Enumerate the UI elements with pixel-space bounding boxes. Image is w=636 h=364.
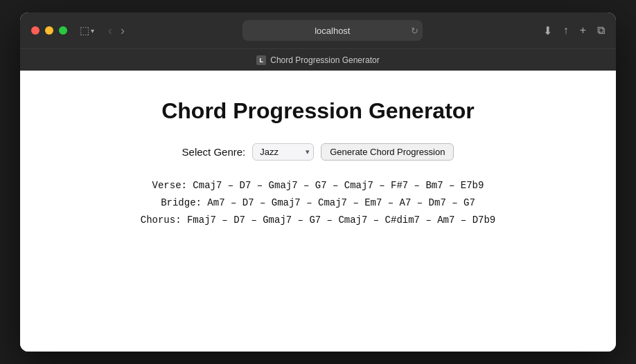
address-bar: ↻ (136, 20, 529, 41)
page-title: Chord Progression Generator (161, 98, 475, 124)
new-tab-icon[interactable]: + (580, 24, 586, 37)
genre-select-wrapper: Jazz Pop Blues Rock Classical ▾ (252, 143, 314, 161)
chorus-line: Chorus: Fmaj7 – D7 – Gmaj7 – G7 – Cmaj7 … (141, 212, 495, 229)
nav-buttons: ‹ › (105, 23, 127, 38)
sidebar-toggle[interactable]: ⬚ ▾ (80, 24, 94, 37)
browser-window: ⬚ ▾ ‹ › ↻ ⬇ ↑ + ⧉ L Chord Progression Ge… (20, 12, 616, 352)
verse-line: Verse: Cmaj7 – D7 – Gmaj7 – G7 – Cmaj7 –… (141, 177, 495, 194)
tabs-icon[interactable]: ⧉ (597, 24, 605, 37)
chord-output: Verse: Cmaj7 – D7 – Gmaj7 – G7 – Cmaj7 –… (141, 177, 495, 230)
share-icon[interactable]: ↑ (563, 24, 569, 37)
genre-select[interactable]: Jazz Pop Blues Rock Classical (252, 143, 314, 161)
sidebar-icon: ⬚ (80, 24, 89, 37)
address-input[interactable] (242, 20, 423, 41)
controls-row: Select Genre: Jazz Pop Blues Rock Classi… (182, 143, 454, 161)
maximize-button[interactable] (59, 26, 67, 35)
tab-bar: L Chord Progression Generator (20, 48, 616, 71)
generate-chord-button[interactable]: Generate Chord Progression (321, 143, 454, 161)
reload-button[interactable]: ↻ (411, 26, 418, 36)
download-icon[interactable]: ⬇ (543, 24, 552, 37)
tab-favicon: L (256, 55, 266, 65)
active-tab[interactable]: L Chord Progression Generator (256, 55, 379, 65)
close-button[interactable] (31, 26, 39, 35)
back-button[interactable]: ‹ (105, 23, 115, 38)
toolbar-right: ⬇ ↑ + ⧉ (543, 24, 605, 37)
page-content: Chord Progression Generator Select Genre… (20, 71, 616, 352)
forward-button[interactable]: › (118, 23, 127, 38)
bridge-line: Bridge: Am7 – D7 – Gmaj7 – Cmaj7 – Em7 –… (141, 194, 495, 212)
minimize-button[interactable] (45, 26, 53, 35)
tab-title: Chord Progression Generator (270, 55, 379, 65)
select-genre-label: Select Genre: (182, 146, 246, 158)
traffic-lights (31, 26, 67, 35)
title-bar: ⬚ ▾ ‹ › ↻ ⬇ ↑ + ⧉ (20, 12, 616, 48)
chevron-down-icon: ▾ (91, 27, 94, 35)
